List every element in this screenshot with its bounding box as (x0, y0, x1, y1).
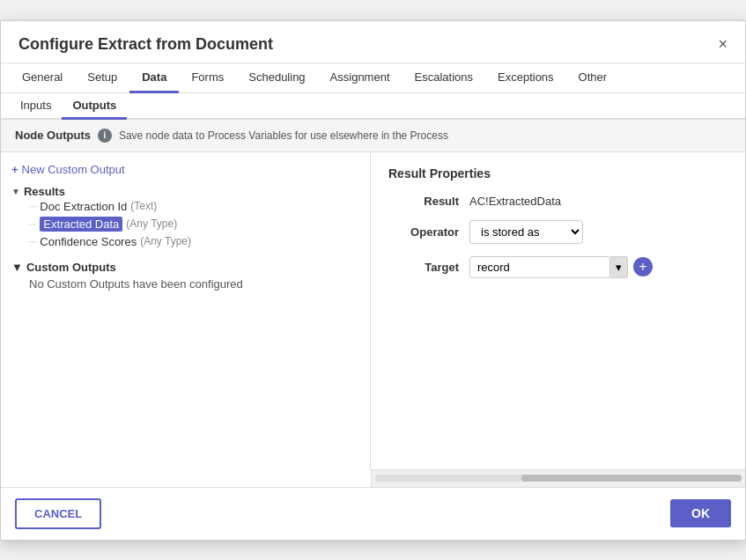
target-input[interactable] (469, 256, 610, 278)
close-button[interactable]: × (718, 35, 728, 54)
result-row: Result AC!ExtractedData (388, 195, 728, 208)
cancel-button[interactable]: CANCEL (15, 498, 101, 529)
result-value: AC!ExtractedData (469, 195, 561, 208)
tab-exceptions[interactable]: Exceptions (485, 63, 566, 93)
tab-other[interactable]: Other (566, 63, 620, 93)
left-panel: + New Custom Output ▼ Results ··· Doc Ex… (1, 152, 371, 469)
extracted-data-type: (Any Type) (126, 217, 177, 230)
doc-extraction-id-name: Doc Extraction Id (40, 200, 127, 213)
doc-extraction-id-type: (Text) (130, 200, 157, 212)
plus-icon: + (11, 163, 18, 176)
add-custom-label: New Custom Output (22, 163, 125, 176)
modal-header: Configure Extract from Document × (1, 21, 745, 63)
tab-general[interactable]: General (10, 63, 75, 93)
section-title: Node Outputs (15, 129, 91, 142)
custom-outputs-section: ▼ Custom Outputs (11, 261, 359, 274)
results-section: ▼ Results ··· Doc Extraction Id (Text) ·… (11, 185, 359, 250)
dot-icon-3: ··· (29, 237, 36, 247)
target-dropdown-button[interactable]: ▾ (610, 256, 628, 278)
scrollbar-area (371, 469, 745, 487)
modal-container: Configure Extract from Document × Genera… (0, 20, 746, 541)
tab-forms[interactable]: Forms (179, 63, 236, 93)
operator-select-wrapper: is stored as is mapped to is ignored (469, 220, 583, 244)
tree-item-extracted-data[interactable]: ··· Extracted Data (Any Type) (11, 215, 359, 233)
results-tree-label[interactable]: ▼ Results (11, 185, 359, 198)
no-custom-outputs-text: No Custom Outputs have been configured (11, 277, 359, 291)
target-input-wrapper: ▾ (469, 256, 628, 278)
scrollbar-thumb (521, 475, 742, 482)
content-area: + New Custom Output ▼ Results ··· Doc Ex… (1, 152, 745, 469)
sub-tab-outputs[interactable]: Outputs (62, 93, 127, 120)
tab-escalations[interactable]: Escalations (403, 63, 485, 93)
custom-outputs-label: Custom Outputs (26, 261, 116, 274)
confidence-scores-name: Confidence Scores (40, 235, 137, 248)
target-input-row: ▾ + (469, 256, 653, 278)
operator-select[interactable]: is stored as is mapped to is ignored (469, 220, 583, 244)
dot-icon: ··· (29, 202, 36, 211)
right-panel: Result Properties Result AC!ExtractedDat… (371, 152, 745, 469)
scrollbar-track[interactable] (375, 475, 742, 482)
tree-item-doc-extraction-id[interactable]: ··· Doc Extraction Id (Text) (11, 198, 359, 215)
result-properties-title: Result Properties (388, 166, 728, 181)
main-tabs: General Setup Data Forms Scheduling Assi… (1, 63, 745, 93)
result-label: Result (388, 195, 459, 208)
results-label: Results (24, 185, 65, 198)
tree-item-confidence-scores[interactable]: ··· Confidence Scores (Any Type) (11, 233, 359, 250)
target-row: Target ▾ + (388, 256, 728, 278)
target-label: Target (388, 261, 459, 274)
custom-outputs-arrow-icon: ▼ (11, 261, 23, 274)
sub-tab-inputs[interactable]: Inputs (10, 93, 62, 120)
confidence-scores-type: (Any Type) (140, 235, 191, 247)
extracted-data-name: Extracted Data (40, 217, 122, 232)
section-description: Save node data to Process Variables for … (119, 129, 448, 142)
ok-button[interactable]: OK (670, 499, 731, 527)
tab-data[interactable]: Data (129, 63, 179, 93)
tab-setup[interactable]: Setup (75, 63, 129, 93)
add-target-button[interactable]: + (633, 257, 653, 276)
tab-assignment[interactable]: Assignment (318, 63, 403, 93)
add-custom-output-button[interactable]: + New Custom Output (11, 163, 125, 176)
modal-title: Configure Extract from Document (18, 35, 273, 54)
operator-label: Operator (388, 225, 459, 239)
results-arrow-icon: ▼ (11, 187, 20, 196)
dot-icon-2: ··· (29, 219, 36, 229)
tab-scheduling[interactable]: Scheduling (236, 63, 317, 93)
modal-footer: CANCEL OK (1, 487, 745, 540)
section-header: Node Outputs i Save node data to Process… (1, 120, 745, 152)
info-icon[interactable]: i (98, 129, 112, 143)
sub-tabs: Inputs Outputs (1, 93, 745, 120)
operator-row: Operator is stored as is mapped to is ig… (388, 220, 728, 244)
